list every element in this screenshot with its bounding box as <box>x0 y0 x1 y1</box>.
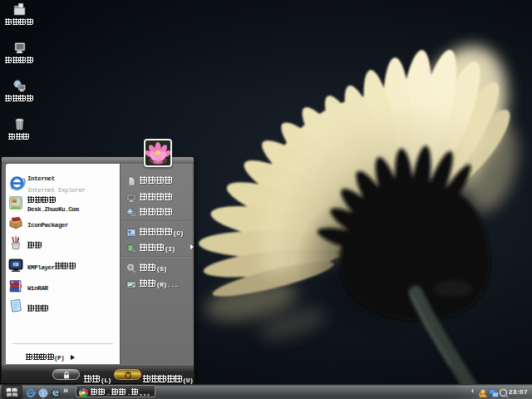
svg-text:KM: KM <box>13 263 19 267</box>
svg-text:ZK: ZK <box>12 200 17 204</box>
